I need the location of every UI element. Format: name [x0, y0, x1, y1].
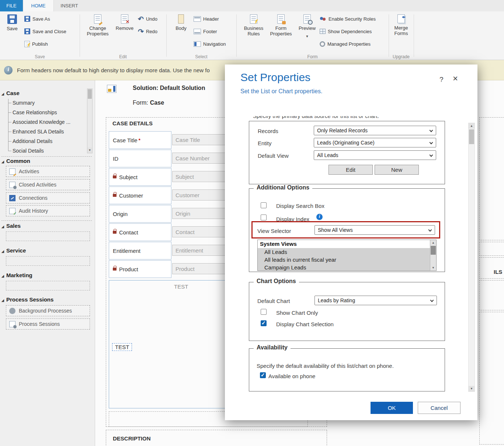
form-properties-button[interactable]: Form Properties — [268, 12, 294, 37]
default-view-select[interactable]: All Leads — [314, 150, 436, 160]
scroll-up-button[interactable] — [430, 240, 436, 245]
views-listbox[interactable]: System Views All Leads All leads in curr… — [257, 240, 437, 271]
solution-title: Solution: Default Solution — [133, 85, 205, 91]
list-item[interactable]: Campaign Leads — [258, 264, 436, 271]
field-label-contact[interactable]: Contact — [109, 223, 171, 241]
truncated-section-title: ILS — [494, 269, 502, 275]
sidebar-item-process-sessions[interactable]: Process Sessions — [6, 318, 90, 330]
show-chart-only-checkbox[interactable] — [261, 309, 267, 315]
section-divider — [1, 156, 92, 157]
footer-button[interactable]: Footer — [194, 27, 217, 36]
field-label-subject[interactable]: Subject — [109, 168, 171, 186]
expand-icon — [1, 247, 4, 254]
tab-file[interactable]: FILE — [0, 0, 23, 11]
scroll-up-button[interactable] — [469, 123, 475, 129]
scroll-down-button[interactable] — [430, 265, 436, 271]
save-as-button[interactable]: Save As — [24, 14, 50, 23]
dialog-subtitle: Set the List or Chart properties. — [240, 88, 322, 95]
ok-button[interactable]: OK — [371, 402, 413, 414]
scroll-down-button[interactable] — [87, 147, 92, 153]
new-button[interactable]: New — [375, 165, 419, 175]
sidebar-item-enhanced-sla-details[interactable]: Enhanced SLA Details — [13, 129, 64, 135]
scrollbar-thumb[interactable] — [431, 246, 436, 255]
chevron-down-icon — [428, 228, 432, 232]
display-search-box-checkbox[interactable] — [261, 202, 267, 208]
default-chart-select[interactable]: Leads by Rating — [314, 296, 437, 305]
display-index-info-icon[interactable] — [316, 214, 323, 220]
publish-button[interactable]: Publish — [24, 39, 48, 48]
save-button[interactable]: Save — [3, 12, 21, 32]
scrollbar-thumb[interactable] — [469, 129, 474, 144]
preview-dropdown-icon[interactable] — [306, 34, 308, 39]
ribbon-group-save: Save Save As Save and Close Publish Save — [0, 11, 80, 60]
sidebar-item-background-processes[interactable]: Background Processes — [6, 305, 90, 316]
sidebar-section-sales[interactable]: Sales — [1, 223, 21, 229]
sidebar-section-case[interactable]: Case — [1, 90, 20, 96]
additional-options-group: Additional Options Display Search Box Di… — [249, 188, 445, 272]
business-rules-button[interactable]: Business Rules — [242, 12, 265, 37]
sidebar-scrollbar[interactable] — [87, 88, 93, 153]
drop-zone — [6, 281, 90, 290]
sidebar-section-service[interactable]: Service — [1, 247, 26, 254]
view-selector-select[interactable]: Show All Views — [314, 225, 435, 235]
sidebar-item-connections[interactable]: Connections — [6, 192, 90, 203]
display-index-checkbox[interactable] — [261, 215, 267, 220]
field-label-origin[interactable]: Origin — [109, 205, 171, 223]
redo-button[interactable]: Redo — [138, 27, 157, 36]
save-and-close-button[interactable]: Save and Close — [24, 27, 66, 36]
enable-security-roles-button[interactable]: Enable Security Roles — [320, 14, 376, 23]
cancel-button[interactable]: Cancel — [418, 402, 460, 414]
dialog-scrollbar[interactable] — [468, 123, 475, 392]
change-properties-button[interactable]: Change Properties — [86, 12, 110, 37]
field-label-case-title[interactable]: Case Title * — [109, 131, 171, 149]
sidebar-section-marketing[interactable]: Marketing — [1, 272, 32, 278]
chevron-down-icon — [430, 141, 433, 144]
sidebar-section-common[interactable]: Common — [1, 158, 30, 164]
sidebar-item-case-relationships[interactable]: Case Relationships — [13, 109, 57, 115]
sidebar-item-additional-details[interactable]: Additional Details — [13, 138, 52, 144]
sidebar-item-closed-activities[interactable]: Closed Activities — [6, 179, 90, 190]
sidebar-item-social-details[interactable]: Social Details — [13, 148, 44, 154]
edit-button[interactable]: Edit — [329, 165, 373, 175]
sidebar-section-process-sessions[interactable]: Process Sessions — [1, 296, 53, 303]
entity-select[interactable]: Leads (Originating Case) — [314, 138, 436, 147]
records-select[interactable]: Only Related Records — [314, 126, 436, 135]
description-section-title: DESCRIPTION — [113, 435, 151, 442]
scroll-down-button[interactable] — [469, 386, 475, 391]
preview-button[interactable]: Preview — [297, 12, 317, 39]
ribbon-group-select: Body Header Footer Navigation Select — [166, 11, 236, 60]
merge-forms-button[interactable]: Merge Forms — [391, 12, 411, 36]
test-subgrid-label[interactable]: TEST — [112, 343, 132, 351]
description-section[interactable]: DESCRIPTION — [106, 430, 327, 446]
sidebar-item-summary[interactable]: Summary — [13, 100, 35, 106]
form-group-label: Form — [236, 54, 389, 59]
close-button[interactable]: × — [453, 73, 458, 84]
body-button[interactable]: Body — [171, 12, 191, 31]
field-label-customer[interactable]: Customer — [109, 187, 171, 204]
list-item[interactable]: All Leads — [258, 248, 436, 256]
managed-properties-button[interactable]: Managed Properties — [320, 39, 371, 48]
available-on-phone-checkbox[interactable] — [260, 372, 266, 378]
sidebar-item-activities[interactable]: Activities — [6, 166, 90, 177]
field-label-entitlement[interactable]: Entitlement — [109, 242, 171, 259]
remove-button[interactable]: Remove — [114, 12, 136, 31]
listbox-scrollbar[interactable] — [430, 240, 436, 271]
undo-button[interactable]: Undo — [138, 14, 157, 23]
dialog-title: Set Properties — [240, 71, 310, 84]
scrollbar-thumb[interactable] — [88, 89, 92, 99]
list-item[interactable]: All leads in current fiscal year — [258, 256, 436, 264]
field-label-id[interactable]: ID — [109, 150, 171, 167]
display-chart-selection-checkbox[interactable] — [261, 320, 267, 326]
chart-options-group: Chart Options Default Chart Leads by Rat… — [249, 282, 445, 341]
navigation-button[interactable]: Navigation — [194, 39, 226, 48]
tab-insert[interactable]: INSERT — [54, 0, 85, 11]
field-label-product[interactable]: Product — [109, 260, 171, 278]
data-source-group: Records Only Related Records Entity Lead… — [249, 121, 445, 184]
show-dependencies-button[interactable]: Show Dependencies — [320, 27, 372, 36]
sidebar-item-associated-knowledge[interactable]: Associated Knowledge ... — [13, 119, 70, 125]
header-button[interactable]: Header — [194, 14, 219, 23]
sidebar-item-audit-history[interactable]: Audit History — [6, 205, 90, 216]
help-button[interactable]: ? — [439, 76, 444, 84]
tab-home[interactable]: HOME — [23, 0, 54, 11]
save-and-close-icon — [24, 28, 30, 34]
